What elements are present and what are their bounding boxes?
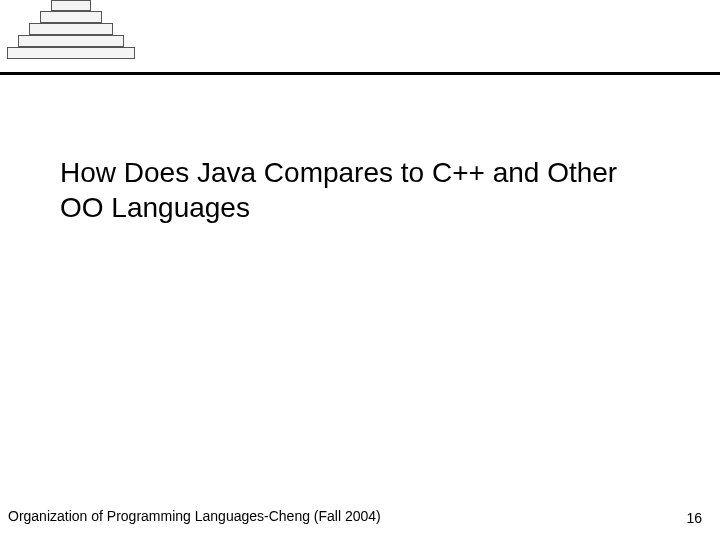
header-rule — [0, 72, 720, 75]
footer-text: Organization of Programming Languages-Ch… — [8, 508, 381, 524]
pyramid-layer-1 — [51, 0, 91, 11]
pyramid-layer-4 — [18, 35, 124, 47]
pyramid-layer-5 — [7, 47, 135, 59]
slide: How Does Java Compares to C++ and Other … — [0, 0, 720, 540]
pyramid-layer-2 — [40, 11, 102, 23]
pyramid-layer-3 — [29, 23, 113, 35]
pyramid-icon — [6, 0, 136, 70]
page-number: 16 — [686, 510, 702, 526]
slide-title: How Does Java Compares to C++ and Other … — [60, 155, 660, 225]
slide-header — [0, 0, 720, 76]
